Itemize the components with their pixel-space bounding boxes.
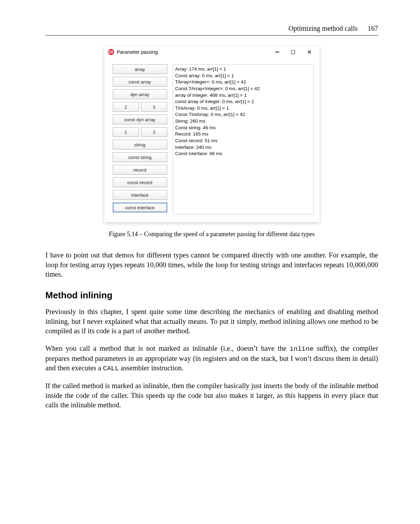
record-button[interactable]: record — [113, 165, 167, 175]
paragraph-body-3: If the called method is marked as inlina… — [45, 381, 378, 410]
dyn-array-2-button[interactable]: 2 — [113, 102, 139, 112]
app-window: DX Parameter passing ✕ array const array… — [104, 46, 319, 222]
const-record-button[interactable]: const record — [113, 177, 167, 187]
dyn-array-button[interactable]: dyn array — [113, 89, 167, 99]
close-button[interactable]: ✕ — [301, 47, 317, 57]
page-number: 167 — [368, 24, 378, 32]
header-rule — [45, 35, 378, 36]
call-keyword: CALL — [103, 365, 119, 372]
window-title: Parameter passing — [117, 49, 158, 55]
paragraph-body-2: When you call a method that is not marke… — [45, 344, 378, 373]
const-dyn-array-3-button[interactable]: 3 — [141, 127, 167, 137]
p3-part-c: assembler instruction. — [119, 364, 184, 372]
output-panel: Array: 174 ms, arr[1] = 1 Const array: 0… — [173, 64, 314, 214]
minimize-button[interactable] — [269, 47, 285, 57]
const-dyn-array-button[interactable]: const dyn array — [113, 115, 167, 124]
string-button[interactable]: string — [113, 140, 167, 150]
running-header: Optimizing method calls 167 — [45, 24, 378, 32]
section-heading: Method inlining — [45, 290, 378, 301]
window-body: array const array dyn array 2 3 const dy… — [104, 58, 319, 222]
paragraph-body-1: Previously in this chapter, I spent quit… — [45, 307, 378, 336]
app-icon: DX — [108, 49, 114, 55]
close-icon: ✕ — [307, 49, 312, 55]
running-header-title: Optimizing method calls — [288, 24, 358, 32]
titlebar: DX Parameter passing ✕ — [104, 46, 319, 58]
button-column: array const array dyn array 2 3 const dy… — [113, 64, 167, 214]
array-button[interactable]: array — [113, 64, 167, 74]
p3-part-a: When you call a method that is not marke… — [45, 344, 290, 352]
interface-button[interactable]: interface — [113, 190, 167, 200]
dyn-array-3-button[interactable]: 3 — [141, 102, 167, 112]
maximize-icon — [291, 50, 295, 54]
maximize-button[interactable] — [285, 47, 301, 57]
const-interface-button[interactable]: const interface — [113, 203, 167, 212]
paragraph-intro: I have to point out that demos for diffe… — [45, 250, 378, 279]
inline-keyword: inline — [290, 345, 314, 353]
const-dyn-array-2-button[interactable]: 2 — [113, 127, 139, 137]
figure-caption: Figure 5.14 – Comparing the speed of a p… — [45, 231, 378, 238]
const-string-button[interactable]: const string — [113, 152, 167, 162]
const-array-button[interactable]: const array — [113, 77, 167, 87]
minimize-icon — [275, 52, 279, 52]
